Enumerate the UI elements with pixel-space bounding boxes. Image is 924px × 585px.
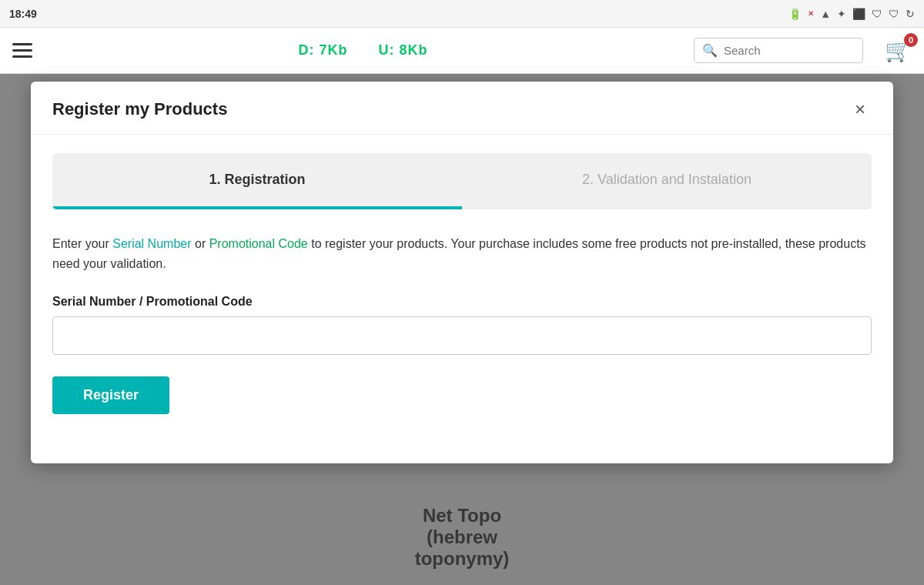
serial-number-link[interactable]: Serial Number [112, 237, 191, 250]
search-input[interactable] [724, 44, 855, 57]
modal-close-button[interactable]: × [849, 97, 872, 122]
step-underline [52, 206, 872, 209]
serial-number-input[interactable] [52, 316, 872, 355]
status-time: 18:49 [9, 8, 37, 20]
cart-badge: 0 [904, 33, 918, 47]
steps-container: 1. Registration 2. Validation and Instal… [52, 153, 872, 209]
step-underline-fill [52, 206, 462, 209]
download-stat: D: 7Kb [299, 42, 348, 58]
bluetooth-icon: ✦ [837, 8, 846, 20]
shield-icon-1: 🛡 [872, 8, 882, 20]
register-modal: Register my Products × 1. Registration 2… [31, 82, 893, 463]
step-tab-validation[interactable]: 2. Validation and Instalation [462, 153, 872, 206]
nav-bar: D: 7Kb U: 8Kb 🔍 🛒 0 [0, 28, 924, 74]
hamburger-menu[interactable] [12, 43, 32, 58]
cast-icon: ⬛ [852, 8, 865, 20]
step-tab-registration[interactable]: 1. Registration [52, 153, 462, 206]
page-background: Net Topo(hebrewtoponymy) Register my Pro… [0, 74, 924, 585]
description-text: Enter your Serial Number or Promotional … [52, 234, 872, 273]
modal-body: 1. Registration 2. Validation and Instal… [31, 135, 893, 433]
shield-icon-2: 🛡 [889, 8, 899, 20]
upload-stat: U: 8Kb [379, 42, 428, 58]
modal-overlay: Register my Products × 1. Registration 2… [0, 74, 924, 585]
field-label: Serial Number / Promotional Code [52, 295, 872, 309]
modal-title: Register my Products [52, 99, 227, 119]
status-bar: 18:49 🔋 ✕ ▲ ✦ ⬛ 🛡 🛡 ↻ [0, 0, 924, 28]
cart-button[interactable]: 🛒 0 [885, 38, 912, 63]
search-area[interactable]: 🔍 [694, 38, 863, 63]
promo-code-link[interactable]: Promotional Code [209, 237, 308, 250]
wifi-icon: ▲ [820, 8, 831, 20]
search-icon: 🔍 [702, 43, 718, 58]
network-stats: D: 7Kb U: 8Kb [45, 42, 681, 58]
modal-header: Register my Products × [31, 82, 893, 135]
battery-x-icon: ✕ [808, 9, 814, 18]
battery-icon: 🔋 [788, 8, 802, 20]
steps-tabs: 1. Registration 2. Validation and Instal… [52, 153, 872, 206]
status-icons: 🔋 ✕ ▲ ✦ ⬛ 🛡 🛡 ↻ [788, 8, 915, 20]
refresh-icon: ↻ [906, 8, 915, 20]
register-button[interactable]: Register [52, 376, 169, 414]
